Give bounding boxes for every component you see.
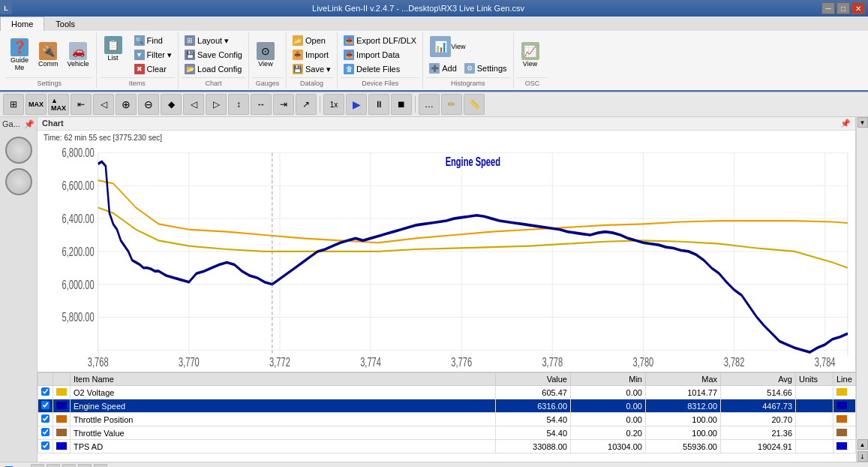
- export-dlf-button[interactable]: 📤 Export DLF/DLX: [341, 34, 419, 47]
- find-button[interactable]: 🔍 Find: [131, 34, 176, 47]
- vehicle-icon: 🚗: [69, 42, 87, 60]
- table-row[interactable]: Throttle Position 54.40 0.00 100.00 20.7…: [38, 413, 856, 426]
- status-btn-5[interactable]: 🖼: [94, 464, 107, 467]
- toolbar-btn-stop[interactable]: ⏹: [391, 94, 412, 115]
- col-header-line[interactable]: Line: [833, 373, 856, 386]
- toolbar-btn-next-all[interactable]: ⇥: [273, 94, 294, 115]
- maximize-button[interactable]: □: [836, 2, 850, 14]
- title-bar: L LiveLink Gen-II v.2.4.7 - ...Desktop\R…: [0, 0, 868, 17]
- toolbar-btn-pen[interactable]: ✏: [441, 94, 462, 115]
- vehicle-button[interactable]: 🚗 Vehicle: [64, 40, 93, 71]
- guide-me-button[interactable]: ❓ GuideMe: [6, 36, 33, 74]
- row-checkbox-0[interactable]: [38, 386, 53, 399]
- save-icon: 💾: [293, 64, 303, 74]
- save-config-icon: 💾: [185, 50, 195, 60]
- row-line-1: [833, 399, 856, 413]
- toolbar-btn-pause[interactable]: ⏸: [368, 94, 389, 115]
- gauge-2[interactable]: [5, 168, 32, 195]
- toolbar-btn-more[interactable]: …: [419, 94, 440, 115]
- status-btn-2[interactable]: #: [47, 464, 60, 467]
- gauge-1[interactable]: [5, 137, 32, 164]
- clear-button[interactable]: ✖ Clear: [131, 62, 176, 76]
- col-header-min[interactable]: Min: [571, 373, 646, 386]
- device-files-group-label: Device Files: [341, 77, 419, 87]
- comm-button[interactable]: 🔌 Comm: [35, 40, 62, 71]
- col-header-max[interactable]: Max: [646, 373, 721, 386]
- toolbar-btn-zoom-in[interactable]: ⊕: [116, 94, 137, 115]
- toolbar-btn-forward[interactable]: ▷: [206, 94, 227, 115]
- toolbar-btn-zoom-out[interactable]: ⊖: [138, 94, 159, 115]
- table-row[interactable]: Engine Speed 6316.00 0.00 8312.00 4467.7…: [38, 399, 856, 413]
- toolbar-btn-vert[interactable]: ↕: [228, 94, 249, 115]
- chart-group-label: Chart: [182, 77, 245, 87]
- toolbar-btn-ruler[interactable]: 📏: [464, 94, 485, 115]
- close-button[interactable]: ✕: [851, 2, 865, 14]
- toolbar-btn-up-right[interactable]: ↗: [296, 94, 317, 115]
- table-row[interactable]: O2 Voltage 605.47 0.00 1014.77 514.66: [38, 386, 856, 399]
- tab-home[interactable]: Home: [0, 17, 44, 31]
- chart-pin[interactable]: 📌: [840, 119, 851, 128]
- scroll-up-btn[interactable]: ▲: [857, 439, 868, 450]
- row-checkbox-2[interactable]: [38, 413, 53, 426]
- row-checkbox-4[interactable]: [38, 440, 53, 453]
- col-header-units[interactable]: Units: [796, 373, 833, 386]
- toolbar-btn-crosshair[interactable]: ◆: [161, 94, 182, 115]
- scroll-extra-btn[interactable]: ⤓: [857, 451, 868, 462]
- layout-button[interactable]: ⊞ Layout ▾: [182, 34, 245, 47]
- status-btn-4[interactable]: ≡: [78, 464, 92, 467]
- import-data-label: Import Data: [356, 50, 399, 59]
- delete-files-button[interactable]: 🗑 Delete Files: [341, 62, 419, 76]
- histogram-settings-button[interactable]: ⚙ Settings: [461, 62, 510, 75]
- delete-files-icon: 🗑: [344, 64, 354, 74]
- gauges-group-label: Gauges: [252, 77, 283, 87]
- right-scroll: ▼ ▲ ⤓: [856, 117, 868, 462]
- open-button[interactable]: 📂 Open: [290, 34, 334, 47]
- import-button[interactable]: 📥 Import: [290, 48, 334, 62]
- row-units-4: [796, 440, 833, 453]
- minimize-button[interactable]: ─: [821, 2, 835, 14]
- import-label: Import: [305, 50, 329, 59]
- row-checkbox-3[interactable]: [38, 426, 53, 440]
- tab-tools[interactable]: Tools: [44, 17, 86, 31]
- comm-icon: 🔌: [39, 42, 57, 60]
- row-line-2: [833, 413, 856, 426]
- toolbar-btn-prev-all[interactable]: ⇤: [71, 94, 92, 115]
- row-line-0: [833, 386, 856, 399]
- toolbar-btn-grid[interactable]: ⊞: [3, 94, 24, 115]
- filter-button[interactable]: ▼ Filter ▾: [131, 48, 176, 62]
- save-config-button[interactable]: 💾 Save Config: [182, 48, 245, 62]
- list-button[interactable]: 📋 List: [100, 34, 127, 65]
- col-header-avg[interactable]: Avg: [721, 373, 796, 386]
- col-header-value[interactable]: Value: [496, 373, 571, 386]
- list-label: List: [108, 55, 119, 62]
- row-min-0: 0.00: [571, 386, 646, 399]
- row-name-3: Throttle Value: [71, 426, 496, 440]
- gauges-view-button[interactable]: ⊙ View: [252, 40, 279, 71]
- svg-text:3,774: 3,774: [360, 356, 381, 369]
- toolbar-speed[interactable]: 1x: [323, 94, 344, 115]
- ribbon-content: ❓ GuideMe 🔌 Comm 🚗 Vehicle Settings 📋: [0, 31, 868, 92]
- toolbar-btn-play[interactable]: ▶: [346, 94, 367, 115]
- load-config-button[interactable]: 📂 Load Config: [182, 62, 245, 76]
- save-button[interactable]: 💾 Save ▾: [290, 62, 334, 76]
- table-row[interactable]: TPS AD 33088.00 10304.00 55936.00 19024.…: [38, 440, 856, 453]
- import-data-button[interactable]: 📥 Import Data: [341, 48, 419, 62]
- histograms-view-button[interactable]: 📊 View: [426, 34, 469, 60]
- col-header-name[interactable]: Item Name: [71, 373, 496, 386]
- chart-wrapper[interactable]: Time: 62 min 55 sec [3775.230 sec]: [38, 131, 855, 372]
- layout-label: Layout ▾: [197, 36, 229, 46]
- add-histogram-button[interactable]: ➕ Add: [426, 62, 460, 75]
- row-checkbox-1[interactable]: [38, 399, 53, 413]
- status-btn-1[interactable]: ⊞: [31, 464, 44, 467]
- toolbar-btn-prev[interactable]: ◁: [93, 94, 114, 115]
- scroll-down-btn[interactable]: ▼: [857, 117, 868, 128]
- status-btn-3[interactable]: +: [62, 464, 76, 467]
- table-row[interactable]: Throttle Value 54.40 0.20 100.00 21.36: [38, 426, 856, 440]
- osc-view-button[interactable]: 📈 View: [517, 40, 544, 71]
- toolbar-btn-arrow-max[interactable]: ▲MAX: [48, 94, 69, 115]
- left-panel-pin[interactable]: 📌: [24, 119, 35, 129]
- row-color-4: [53, 440, 71, 453]
- toolbar-btn-max[interactable]: MAX: [26, 94, 47, 115]
- toolbar-btn-horiz[interactable]: ↔: [251, 94, 272, 115]
- toolbar-btn-back[interactable]: ◁: [183, 94, 204, 115]
